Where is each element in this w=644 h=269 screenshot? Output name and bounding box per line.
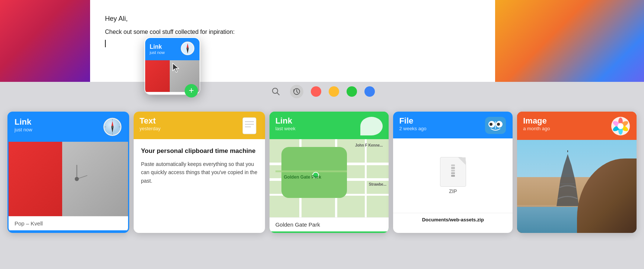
card-link-lw-body: Golden Gate Park John F Kenne... Strawbe… — [270, 139, 389, 217]
card-image-header: Image a month ago — [517, 112, 637, 140]
card-time-label: yesterday — [140, 126, 160, 131]
zip-label: ZIP — [449, 188, 457, 194]
card-sub-text: Paste automatically keeps everything so … — [141, 160, 258, 185]
floating-card-type: Link — [150, 44, 165, 50]
card-type-label: Image — [523, 116, 550, 126]
svg-rect-25 — [451, 164, 455, 166]
svg-rect-29 — [451, 175, 455, 177]
svg-rect-28 — [451, 172, 455, 174]
toolbar — [0, 85, 644, 98]
email-body: Check out some cool stuff collected for … — [105, 29, 480, 35]
green-filter-dot[interactable] — [347, 86, 357, 97]
floating-card-header: Link just now — [145, 38, 200, 60]
card-file-2weeks[interactable]: File 2 weeks ago — [393, 112, 513, 233]
card-link-lastweek[interactable]: Link last week — [270, 112, 389, 233]
search-button[interactable] — [269, 85, 283, 98]
card-link-lw-footer: Golden Gate Park — [270, 217, 389, 231]
card-time-label: just now — [15, 127, 32, 132]
floating-card-title: Link just now — [150, 44, 165, 55]
card-type-label: Text — [140, 116, 160, 126]
card-file-header: File 2 weeks ago — [393, 112, 513, 138]
add-to-clipboard-button[interactable] — [185, 84, 198, 97]
svg-rect-26 — [451, 167, 455, 169]
zip-paper — [440, 157, 466, 187]
svg-point-11 — [111, 126, 114, 128]
floating-compass-icon — [180, 41, 195, 57]
blue-filter-dot[interactable] — [364, 86, 375, 97]
bg-left — [0, 0, 90, 82]
text-cursor — [105, 40, 106, 47]
svg-point-37 — [618, 123, 624, 129]
card-type-label: Link — [275, 116, 296, 126]
yellow-filter-dot[interactable] — [329, 86, 339, 97]
history-button[interactable] — [290, 85, 303, 98]
card-type-label: Link — [15, 117, 32, 127]
card-link-now-title: Link just now — [15, 117, 32, 132]
card-text-body: Your personal clipboard time machine Pas… — [134, 139, 265, 192]
card-link-now-body — [9, 142, 128, 216]
zip-file-icon: ZIP — [438, 157, 468, 194]
card-link-now-footer: Pop – Kvell — [9, 216, 128, 230]
map-visual: Golden Gate Park John F Kenne... Strawbe… — [270, 139, 389, 217]
floating-card-time: just now — [150, 50, 165, 55]
svg-point-23 — [497, 123, 500, 126]
card-link-now[interactable]: Link just now — [7, 112, 129, 233]
card-text-title: Text yesterday — [140, 116, 160, 131]
red-filter-dot[interactable] — [311, 86, 321, 97]
card-link-lw-title: Link last week — [275, 116, 296, 131]
email-greeting: Hey Ali, — [105, 15, 480, 23]
finder-icon — [484, 116, 507, 135]
card-type-label: File — [399, 116, 426, 126]
map-road — [365, 139, 367, 217]
file-path: Documents/ — [422, 217, 450, 222]
map-path — [275, 170, 347, 172]
eiffel-visual — [517, 140, 637, 233]
card-text-header: Text yesterday — [134, 112, 265, 139]
card-time-label: 2 weeks ago — [399, 126, 426, 131]
card-main-text: Your personal clipboard time machine — [141, 147, 258, 156]
svg-rect-27 — [451, 170, 455, 172]
svg-point-14 — [75, 177, 79, 181]
card-time-label: a month ago — [523, 126, 550, 131]
svg-point-22 — [490, 123, 492, 126]
card-image-title: Image a month ago — [523, 116, 550, 131]
compass-icon — [103, 117, 122, 138]
card-link-now-header: Link just now — [9, 113, 128, 142]
card-link-lw-header: Link last week — [270, 112, 389, 139]
card-file-title: File 2 weeks ago — [399, 116, 426, 131]
cards-row: Link just now — [0, 112, 644, 233]
file-name: web-assets.zip — [450, 217, 484, 222]
bg-right — [495, 0, 644, 82]
svg-point-45 — [187, 48, 189, 49]
chat-bubble-icon — [360, 117, 383, 135]
card-text-yesterday[interactable]: Text yesterday Your personal clipboard t… — [134, 112, 265, 233]
svg-rect-15 — [243, 118, 256, 134]
photos-icon — [610, 116, 631, 136]
card-image-month[interactable]: Image a month ago — [517, 112, 637, 233]
map-label-north: John F Kenne... — [355, 143, 383, 147]
card-file-footer: Documents/web-assets.zip — [393, 213, 513, 226]
svg-line-1 — [277, 93, 280, 95]
card-image-body — [517, 140, 637, 233]
map-label: Golden Gate Park — [284, 174, 321, 180]
text-icon — [240, 116, 259, 135]
map-label-east: Strawbe... — [369, 182, 386, 186]
card-time-label: last week — [275, 126, 296, 131]
eiffel-tower-shape — [553, 150, 583, 210]
clock-visual — [9, 142, 128, 216]
card-file-body: ZIP — [393, 138, 513, 213]
